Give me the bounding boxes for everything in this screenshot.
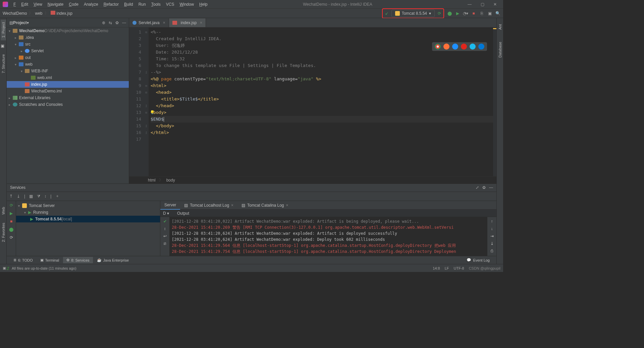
deploy-toggle[interactable]: D ▾ [163, 211, 169, 216]
tree-webxml[interactable]: web.xml [7, 74, 129, 81]
tree-iml[interactable]: WechatDemo.iml [7, 88, 129, 94]
up-icon[interactable]: ↑ [491, 219, 493, 224]
opera-icon[interactable] [461, 44, 467, 50]
sidebar-tab-structure[interactable]: 7: Structure [1, 52, 6, 76]
folder-icon[interactable]: ▣ [1, 44, 6, 49]
crumb-body[interactable]: body [166, 178, 175, 183]
fold-gutter[interactable]: ⊟⌋⊟⊟⌋⊟⌋⌋ [144, 27, 149, 176]
crumb-file[interactable]: index.jsp [51, 11, 72, 16]
sidebar-tab-database[interactable]: Database [497, 39, 503, 60]
services-tree[interactable]: ▾Tomcat Server ▾▶Running ▶Tomcat 8.5.54 … [16, 201, 160, 256]
line-sep[interactable]: LF [445, 266, 449, 270]
hide-panel-icon[interactable]: — [122, 20, 126, 25]
maximize-button[interactable]: ▢ [478, 2, 486, 7]
tw-terminal[interactable]: ▣Terminal [37, 257, 63, 263]
tree-webinf[interactable]: ▾WEB-INF [7, 68, 129, 74]
select-opened-icon[interactable]: ⊕ [102, 20, 105, 25]
tree-external[interactable]: ▸External Libraries [7, 94, 129, 101]
menu-view[interactable]: View [32, 1, 44, 7]
sidebar-tab-favorites[interactable]: 2: Favorites [1, 220, 6, 245]
svc-running[interactable]: ▾▶Running [16, 209, 160, 216]
down-icon[interactable]: ↓ [491, 226, 493, 231]
svc-tab-localhost[interactable]: ▤Tomcat Localhost Log × [180, 201, 237, 210]
svc-tab-catalina[interactable]: ▤Tomcat Catalina Log × [237, 201, 292, 210]
profile-button[interactable]: ◔▾ [463, 11, 468, 16]
tree-root[interactable]: ▾WechatDemo D:\IDEAProject\demo\WechatDe… [7, 27, 129, 34]
stop-button[interactable]: ■ [471, 11, 476, 16]
soft-wrap-icon[interactable]: ↩ [163, 234, 167, 238]
crumb-html[interactable]: html [148, 178, 156, 183]
print-icon[interactable]: ⎚ [164, 241, 166, 246]
tw-todo[interactable]: ≣6: TODO [10, 257, 36, 263]
close-button[interactable]: ✕ [491, 2, 499, 7]
tab-index[interactable]: index.jsp× [169, 18, 206, 27]
menu-file[interactable]: F [11, 1, 18, 7]
tree-out[interactable]: ▸out [7, 54, 129, 61]
menu-analyze[interactable]: Analyze [82, 1, 100, 7]
menu-code[interactable]: Code [67, 1, 80, 7]
menu-help[interactable]: Help [197, 1, 210, 7]
tab-servlet[interactable]: Servlet.java× [129, 18, 169, 27]
tree-scratches[interactable]: ▸Scratches and Consoles [7, 101, 129, 108]
run-icon[interactable]: ▶ [10, 211, 13, 216]
svc-tab-server[interactable]: Server [160, 201, 180, 210]
rerun-icon[interactable]: ⟳ [10, 203, 13, 208]
menu-navigate[interactable]: Navigate [46, 1, 65, 7]
chrome-icon[interactable] [435, 44, 441, 50]
tree-idea[interactable]: ▸.idea [7, 34, 129, 41]
toolwin-toggle-icon[interactable]: ▣ [3, 266, 6, 270]
tree-indexjsp[interactable]: index.jsp [7, 81, 129, 88]
stop-icon[interactable]: ■ [10, 219, 12, 224]
edge-icon[interactable] [478, 44, 484, 50]
editor-breadcrumbs[interactable]: html 〉 body [129, 176, 496, 184]
menu-build[interactable]: Build [122, 1, 135, 7]
run-button[interactable]: ⟳ [437, 11, 442, 16]
menu-tools[interactable]: Tools [149, 1, 163, 7]
firefox-icon[interactable] [443, 44, 449, 50]
add-icon[interactable]: ＋ [55, 193, 59, 199]
crumb-project[interactable]: WechatDemo [3, 11, 27, 16]
sidebar-tab-project[interactable]: 1: Project [1, 19, 6, 40]
group-icon[interactable]: ▦ [29, 194, 33, 199]
debug-icon[interactable]: ⬤ [9, 227, 13, 232]
search-icon[interactable]: 🔍 [495, 11, 500, 16]
close-icon[interactable]: × [200, 20, 202, 25]
error-stripe[interactable] [493, 27, 496, 176]
svc-instance[interactable]: ▶Tomcat 8.5.54 [local] [16, 216, 160, 222]
tw-javaee[interactable]: ☕Java Enterprise [94, 257, 132, 263]
expand-icon[interactable]: ⤢ [476, 185, 479, 190]
scroll-end-icon[interactable]: ⤓ [490, 241, 494, 246]
wrap-icon[interactable]: ⇥ [490, 234, 494, 238]
print-icon[interactable]: ⎙ [491, 249, 493, 253]
tw-services[interactable]: ✿8: Services [63, 257, 93, 263]
editor-body[interactable]: 1234567891011121314151617 ⊟⌋⊟⊟⌋⊟⌋⌋ <%-- … [129, 27, 496, 176]
sidebar-tab-web[interactable]: Web [1, 204, 6, 217]
run-config-selector[interactable]: Tomcat 8.5.54 ▾ [391, 10, 435, 17]
crumb-web[interactable]: web [35, 11, 42, 16]
menu-vcs[interactable]: VCS [164, 1, 176, 7]
console-output[interactable]: [2021-12-28 03:41:20,022] Artifact Wecha… [170, 217, 487, 256]
gear-icon[interactable]: ✿ [115, 20, 119, 25]
tree-servlet[interactable]: ▸Servlet [7, 48, 129, 54]
gear-icon[interactable]: ✿ [482, 185, 486, 190]
ie-icon[interactable] [470, 44, 476, 50]
vcs-update-icon[interactable]: ⎘ [479, 11, 484, 16]
menu-refactor[interactable]: Refactor [102, 1, 121, 7]
more-icon[interactable]: ⟳ [10, 235, 13, 240]
collapse-all-icon[interactable]: ⇆ [109, 20, 112, 25]
debug-button[interactable]: ⬤ [447, 11, 452, 16]
minimize-button[interactable]: — [466, 2, 474, 7]
svc-root[interactable]: ▾Tomcat Server [16, 202, 160, 209]
sidebar-tab-ant[interactable]: Ant [497, 21, 503, 32]
chevron-down-icon[interactable]: ▾ [27, 20, 29, 25]
menu-run[interactable]: Run [137, 1, 148, 7]
encoding[interactable]: UTF-8 [454, 266, 464, 270]
coverage-button[interactable]: ▶ [455, 11, 460, 16]
filter-icon[interactable]: ⧩ [37, 194, 40, 199]
safari-icon[interactable] [452, 44, 458, 50]
build-icon[interactable]: ↙ [384, 11, 389, 16]
caret-position[interactable]: 14:8 [433, 266, 440, 270]
hide-icon[interactable]: — [489, 185, 493, 190]
bulb-icon[interactable]: 💡 [150, 109, 155, 116]
menu-edit[interactable]: Edit [19, 1, 30, 7]
